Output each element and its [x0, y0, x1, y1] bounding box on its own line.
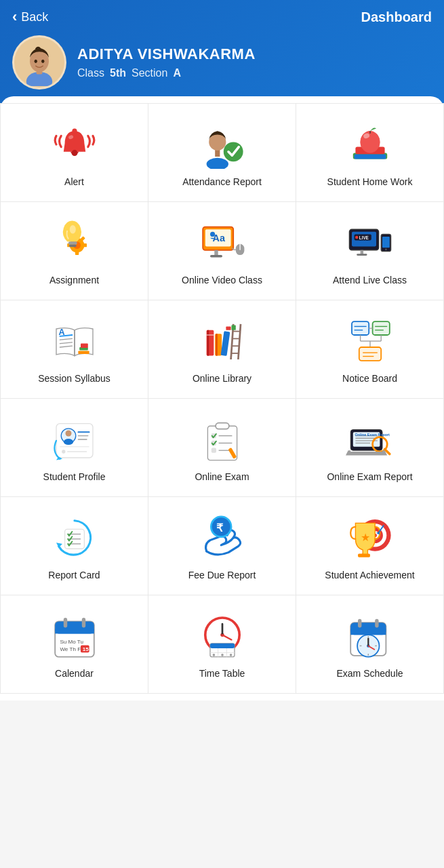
dashboard-title: Dashboard — [361, 9, 432, 25]
grid-item-online-video-class[interactable]: Aa Online Video Class — [148, 202, 296, 300]
attend-live-class-icon: LIVE — [346, 218, 395, 267]
online-exam-report-icon: Online Exam Report — [346, 415, 395, 464]
attend-live-class-label: Attend Live Class — [333, 274, 407, 286]
svg-text:Online Exam Report: Online Exam Report — [355, 433, 390, 437]
calendar-label: Calendar — [55, 667, 94, 679]
class-label: Class — [77, 67, 104, 79]
online-exam-icon — [198, 415, 247, 464]
svg-rect-58 — [78, 351, 89, 354]
header-top: ‹ Back Dashboard — [12, 8, 432, 26]
svg-point-8 — [71, 150, 77, 156]
online-exam-report-label: Online Exam Report — [327, 471, 412, 483]
grid-item-report-card[interactable]: Report Card — [1, 497, 148, 595]
svg-rect-71 — [226, 326, 230, 330]
svg-rect-73 — [352, 321, 369, 335]
svg-rect-60 — [207, 330, 209, 356]
svg-rect-24 — [75, 250, 78, 255]
grid-item-attend-live-class[interactable]: LIVE Attend Live Class — [296, 202, 444, 300]
grid-item-attendance-report[interactable]: Attendance Report — [148, 104, 296, 202]
profile-info: ADITYA VISHWAKARMA Class 5th Section A — [77, 45, 256, 79]
session-syllabus-label: Session Syllabus — [38, 372, 110, 384]
svg-rect-64 — [220, 331, 230, 356]
exam-schedule-icon — [346, 612, 395, 660]
section-value: A — [173, 67, 181, 79]
back-button[interactable]: ‹ Back — [12, 8, 48, 26]
svg-rect-149 — [210, 644, 235, 648]
svg-rect-139 — [81, 618, 85, 627]
svg-rect-84 — [359, 347, 380, 361]
svg-point-3 — [30, 51, 49, 73]
svg-point-13 — [223, 142, 243, 161]
grid-item-student-profile[interactable]: Student Profile — [1, 399, 148, 497]
svg-point-153 — [212, 650, 215, 652]
svg-rect-162 — [358, 619, 361, 628]
svg-rect-161 — [350, 629, 386, 635]
grid-item-time-table[interactable]: Time Table — [148, 595, 296, 694]
svg-point-10 — [206, 158, 228, 169]
svg-rect-87 — [56, 424, 93, 458]
svg-point-89 — [65, 430, 71, 436]
back-arrow-icon: ‹ — [12, 8, 17, 26]
online-video-class-label: Online Video Class — [182, 274, 262, 286]
svg-point-5 — [41, 60, 44, 63]
grid-item-assignment[interactable]: Assignment — [1, 202, 148, 300]
svg-point-18 — [360, 131, 380, 153]
student-profile-icon — [50, 415, 99, 464]
svg-rect-26 — [81, 243, 86, 247]
report-card-label: Report Card — [48, 569, 100, 581]
grid-item-fee-due-report[interactable]: ₹ Fee Due Report — [148, 497, 296, 595]
section-label: Section — [132, 67, 167, 79]
grid-item-online-exam-report[interactable]: Online Exam Report Online Exam Report — [296, 399, 444, 497]
student-achievement-icon: ★ — [346, 513, 395, 562]
grid-item-exam-schedule[interactable]: Exam Schedule — [296, 595, 444, 694]
grid-item-student-achievement[interactable]: ★ Student Achievement — [296, 497, 444, 595]
svg-text:★: ★ — [360, 531, 369, 543]
student-name: ADITYA VISHWAKARMA — [77, 45, 256, 63]
grid-item-student-homework[interactable]: Student Home Work — [296, 104, 444, 202]
grid-item-online-exam[interactable]: Online Exam — [148, 399, 296, 497]
grid-item-calendar[interactable]: Su Mo Tu We Th Fr 15 Calendar — [1, 595, 148, 694]
svg-rect-76 — [372, 321, 389, 335]
student-profile-label: Student Profile — [43, 471, 106, 483]
svg-point-43 — [355, 236, 358, 239]
grid-item-notice-board[interactable]: Notice Board — [296, 300, 444, 399]
svg-text:LIVE: LIVE — [359, 235, 368, 240]
student-homework-icon — [346, 120, 395, 169]
svg-point-90 — [63, 439, 73, 445]
assignment-icon — [50, 218, 99, 267]
grid-item-online-library[interactable]: Online Library — [148, 300, 296, 399]
fee-due-report-icon: ₹ — [198, 513, 247, 562]
svg-point-156 — [212, 654, 215, 656]
back-label: Back — [21, 10, 48, 24]
grid-item-session-syllabus[interactable]: A Session Syllabus — [1, 300, 148, 399]
session-syllabus-icon: A — [50, 317, 99, 366]
svg-text:A: A — [58, 328, 64, 337]
profile-row: ADITYA VISHWAKARMA Class 5th Section A — [12, 35, 432, 90]
attendance-report-label: Attendance Report — [182, 176, 262, 188]
student-homework-label: Student Home Work — [327, 176, 413, 188]
svg-line-66 — [238, 324, 241, 359]
svg-rect-36 — [210, 255, 222, 258]
svg-point-155 — [229, 650, 232, 652]
svg-rect-138 — [63, 618, 66, 627]
online-exam-label: Online Exam — [195, 471, 249, 483]
header: ‹ Back Dashboard — [0, 0, 444, 103]
svg-rect-100 — [216, 424, 228, 429]
svg-rect-30 — [68, 245, 76, 248]
exam-schedule-label: Exam Schedule — [336, 667, 403, 679]
svg-text:15: 15 — [82, 646, 88, 652]
svg-rect-72 — [231, 326, 235, 330]
grid-item-alert[interactable]: Alert — [1, 104, 148, 202]
svg-rect-163 — [375, 619, 378, 628]
report-card-icon — [50, 513, 99, 562]
avatar — [12, 35, 66, 90]
fee-due-report-label: Fee Due Report — [188, 569, 256, 581]
notice-board-label: Notice Board — [342, 372, 397, 384]
online-video-class-icon: Aa — [198, 218, 247, 267]
svg-marker-118 — [56, 542, 62, 547]
svg-point-31 — [69, 225, 75, 234]
svg-point-154 — [221, 650, 224, 652]
grid-container: Alert Attendance Report Student Home Wor… — [0, 96, 444, 701]
svg-rect-29 — [68, 241, 77, 245]
class-value: 5th — [110, 67, 126, 79]
